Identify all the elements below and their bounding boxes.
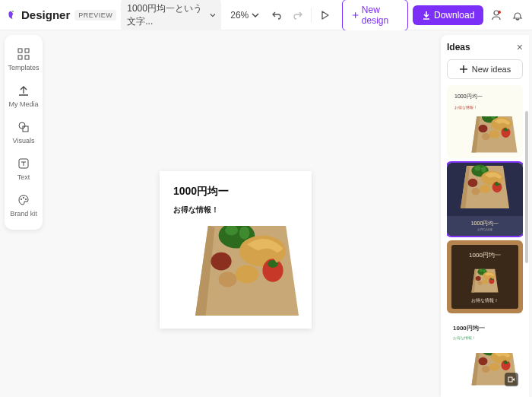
idea-thumb[interactable]: 1000円均一 お得な情報！ [447, 318, 523, 391]
media-badge [505, 373, 518, 386]
plus-icon [352, 11, 359, 20]
ideas-thumbnails: 1000円均一 お得な情報！ 1000円均一 お得な情報 1000円均一 お得な… [447, 85, 523, 391]
idea-thumb[interactable]: 1000円均一 お得な情報！ [447, 85, 523, 158]
thumb-sub: お得な情報！ [471, 297, 499, 304]
scrollbar[interactable] [525, 111, 528, 370]
preview-badge: PREVIEW [74, 10, 116, 21]
svg-point-20 [25, 198, 27, 200]
chevron-down-icon [252, 11, 259, 19]
idea-thumb[interactable]: 1000円均一 お得な情報！ [447, 240, 523, 313]
rail-visuals[interactable]: Visuals [5, 114, 43, 151]
zoom-value: 26% [230, 10, 249, 21]
svg-rect-14 [25, 56, 29, 59]
rail-my-media[interactable]: My Media [5, 78, 43, 114]
person-icon [490, 9, 502, 21]
filename-dropdown[interactable]: 1000円均一という文字... [121, 0, 221, 32]
svg-point-9 [494, 11, 499, 15]
app-logo-icon [6, 8, 17, 22]
video-icon [508, 376, 515, 383]
new-ideas-button[interactable]: New ideas [447, 59, 523, 79]
play-button[interactable] [316, 5, 333, 26]
canvas-title: 1000円均一 [173, 185, 312, 198]
shapes-icon [17, 120, 30, 134]
download-icon [422, 11, 431, 20]
scroll-thumb[interactable] [525, 111, 528, 263]
thumb-title: 1000円均一 [471, 220, 499, 227]
rail-label: Templates [8, 64, 39, 71]
grocery-bag-image [182, 226, 312, 329]
rail-label: Visuals [13, 137, 35, 145]
undo-button[interactable] [268, 5, 285, 26]
rail-text[interactable]: Text [5, 151, 43, 187]
templates-icon [17, 47, 30, 61]
rail-label: Brand kit [10, 210, 37, 218]
ideas-panel: Ideas × New ideas 1000円均一 お得な情報！ 1000円均一… [441, 35, 529, 397]
bell-icon [511, 9, 524, 21]
top-bar: Designer PREVIEW 1000円均一という文字... 26% New… [0, 0, 532, 30]
svg-point-19 [23, 197, 24, 198]
app-name: Designer [21, 8, 70, 21]
left-rail: Templates My Media Visuals Text Brand ki… [5, 35, 43, 230]
plus-icon [459, 65, 468, 74]
text-icon [17, 157, 30, 170]
redo-button[interactable] [290, 5, 306, 26]
thumb-title: 1000円均一 [469, 251, 501, 259]
thumb-sub: お得な情報！ [454, 105, 523, 110]
chevron-down-icon [210, 11, 216, 19]
rail-label: My Media [8, 100, 38, 108]
svg-rect-21 [508, 377, 512, 382]
divider [311, 8, 312, 23]
account-button[interactable] [488, 5, 505, 26]
idea-thumb[interactable]: 1000円均一 お得な情報 [447, 163, 523, 236]
thumb-sub: お得な情報！ [453, 335, 523, 340]
new-ideas-label: New ideas [472, 65, 511, 74]
design-canvas[interactable]: 1000円均一 お得な情報！ [160, 171, 312, 329]
filename-text: 1000円均一という文字... [127, 2, 204, 28]
ideas-title: Ideas [447, 42, 470, 52]
rail-templates[interactable]: Templates [5, 41, 43, 78]
download-button[interactable]: Download [413, 5, 483, 25]
notifications-button[interactable] [509, 5, 526, 26]
thumb-title: 1000円均一 [454, 93, 523, 100]
thumb-title: 1000円均一 [453, 324, 523, 332]
rail-label: Text [17, 173, 30, 181]
zoom-dropdown[interactable]: 26% [226, 7, 264, 24]
svg-rect-16 [23, 126, 28, 132]
play-icon [319, 10, 330, 21]
svg-rect-12 [25, 49, 29, 52]
new-design-label: New design [362, 5, 398, 26]
undo-icon [271, 10, 282, 21]
palette-icon [17, 193, 30, 207]
svg-rect-11 [18, 49, 22, 52]
redo-icon [293, 10, 303, 21]
main-area: Templates My Media Visuals Text Brand ki… [0, 30, 532, 397]
thumb-sub: お得な情報 [477, 227, 492, 231]
svg-point-10 [498, 11, 501, 14]
new-design-button[interactable]: New design [342, 0, 408, 31]
canvas-subtitle: お得な情報！ [173, 205, 312, 215]
rail-brand-kit[interactable]: Brand kit [5, 187, 43, 224]
svg-point-15 [19, 122, 25, 129]
upload-icon [17, 84, 30, 97]
grocery-bag-image [462, 262, 508, 296]
close-ideas-button[interactable]: × [517, 41, 523, 53]
download-label: Download [434, 10, 474, 21]
svg-rect-13 [18, 56, 22, 59]
svg-point-18 [21, 198, 22, 200]
grocery-bag-image [454, 163, 515, 214]
grocery-bag-image [466, 116, 523, 158]
